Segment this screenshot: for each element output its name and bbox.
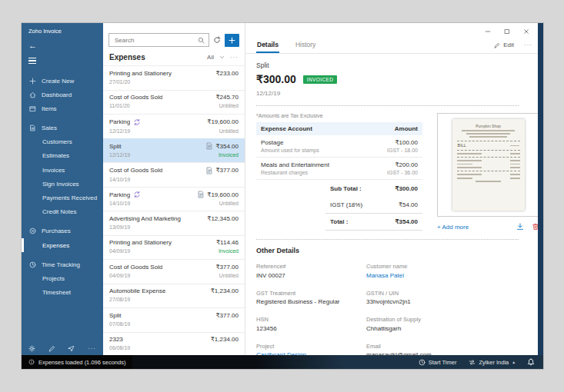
expense-row[interactable]: Advertising And Marketing ₹12,345.00 13/… [103, 211, 245, 235]
tab-details[interactable]: Details [256, 41, 279, 53]
receipt-thumbnail[interactable]: Pumpkin Shop BILL [437, 113, 539, 217]
sidebar-item-dashboard[interactable]: Dashboard [22, 88, 103, 101]
sidebar-item-estimates[interactable]: Estimates [22, 149, 103, 163]
hamburger-menu-button[interactable] [28, 58, 96, 64]
expense-row[interactable]: Split ₹377.00 07/08/19 [103, 307, 245, 332]
search-row [103, 23, 245, 51]
expense-date: 14/10/19 [109, 201, 130, 206]
sidebar-item-customers[interactable]: Customers [22, 135, 103, 149]
sidebar-footer-icons: ··· [22, 345, 103, 352]
tax-note: *Amounts are Tax Exclusive [256, 113, 422, 118]
sidebar-item-invoices[interactable]: Invoices [22, 163, 103, 177]
details-more-icon[interactable]: ··· [524, 43, 532, 48]
add-expense-button[interactable] [225, 34, 239, 47]
purchases-icon [29, 228, 36, 234]
project-link[interactable]: Cardboard Design [256, 351, 366, 355]
refresh-icon[interactable] [213, 36, 221, 44]
account-amount: ₹200.00 [387, 161, 418, 168]
sidebar-item-sales[interactable]: Sales [22, 121, 103, 135]
settings-gear-icon[interactable] [28, 345, 35, 352]
totals-block: Sub Total : ₹300.00 IGST (18%) ₹54.00 To… [325, 181, 422, 231]
back-button[interactable]: ← [28, 42, 96, 49]
tab-history[interactable]: History [295, 41, 316, 53]
expense-amount: ₹1,234.00 [211, 287, 239, 294]
add-more-link[interactable]: + Add more [437, 224, 469, 231]
expense-date: 12/12/19 [109, 152, 130, 158]
download-icon[interactable] [516, 223, 524, 231]
share-send-icon[interactable] [68, 345, 75, 352]
close-icon[interactable] [523, 28, 529, 35]
expense-row[interactable]: Cost of Goods Sold ₹377.00 04/09/19 Unbi… [103, 259, 245, 284]
table-row: Meals and Entertainment Restaurant charg… [256, 158, 422, 180]
sidebar-item-credit-notes[interactable]: Credit Notes [22, 205, 103, 219]
sidebar-item-expenses[interactable]: Expenses [22, 238, 103, 252]
field-gstin: GSTIN / UIN 33hvojntcvn2jn1 [366, 290, 532, 306]
expense-row[interactable]: Printing and Stationery ₹233.00 27/01/20 [103, 65, 245, 90]
sidebar-item-items[interactable]: Items [22, 101, 103, 115]
chevron-down-icon[interactable] [219, 55, 225, 60]
filter-dropdown[interactable]: All [207, 54, 214, 61]
expense-row[interactable]: Printing and Stationery ₹114.46 04/09/19… [103, 235, 245, 260]
account-tax: IGST - 18.00 [387, 148, 418, 153]
sidebar-item-payments-received[interactable]: Payments Received [22, 191, 103, 204]
expense-row[interactable]: 2323 ₹1,234.00 06/08/19 [103, 332, 245, 356]
expense-date: 04/09/19 [109, 248, 130, 254]
expense-amount: ₹114.46 [216, 239, 239, 246]
start-timer-button[interactable]: Start Timer [419, 359, 457, 366]
items-box-icon [29, 105, 36, 112]
expense-row[interactable]: Cost of Goods Sold ₹245.70 11/01/20 Unbi… [103, 90, 245, 115]
plus-icon [229, 37, 235, 44]
expense-amount: ₹377.00 [215, 312, 239, 319]
expense-row[interactable]: Parking ₹19,600.00 12/12/19 Unbilled [103, 114, 245, 138]
expense-name: Split [256, 61, 532, 69]
sidebar-item-time-tracking[interactable]: Time Tracking [22, 257, 103, 271]
sidebar-item-timesheet[interactable]: Timesheet [22, 286, 103, 300]
subtotal-row: Sub Total : ₹300.00 [325, 181, 422, 197]
edit-pencil-icon [494, 42, 500, 48]
feedback-pencil-icon[interactable] [48, 345, 55, 352]
customer-link[interactable]: Manasa Patel [366, 272, 532, 279]
receipt-bill-label: BILL [458, 143, 466, 148]
field-customer-name: Customer name Manasa Patel [366, 263, 532, 279]
expense-row[interactable]: Automobile Expense ₹1,234.00 27/08/19 [103, 284, 245, 308]
sidebar-item-sign-invoices[interactable]: Sign Invoices [22, 177, 103, 191]
sidebar-item-create-new[interactable]: Create New [22, 74, 103, 88]
expense-date: 06/08/19 [109, 345, 130, 350]
search-input[interactable] [113, 36, 195, 45]
recurring-icon [133, 118, 141, 126]
list-more-icon[interactable]: ··· [230, 55, 239, 60]
search-input-box[interactable] [108, 33, 209, 47]
minimize-icon[interactable] [485, 28, 491, 35]
sidebar-more-icon[interactable]: ··· [88, 346, 96, 352]
info-icon [28, 359, 35, 365]
expense-row[interactable]: Parking ₹19,600.00 14/10/19 Unbilled [103, 187, 245, 211]
notifications-bell-icon[interactable] [527, 358, 535, 366]
expense-list: Printing and Stationery ₹233.00 27/01/20… [103, 65, 245, 355]
expense-date: 27/01/20 [109, 79, 130, 85]
home-icon [29, 91, 36, 98]
organization-switcher[interactable]: Zylker India ▴ [469, 359, 515, 366]
details-content: Split ₹300.00 INVOICED 12/12/19 *Amounts… [245, 54, 543, 355]
sidebar-item-purchases[interactable]: Purchases [22, 224, 103, 238]
expense-date: 14/10/19 [109, 177, 130, 182]
expense-amount: ₹245.70 [215, 94, 239, 101]
account-desc: Amount used for stamps [261, 148, 319, 153]
status-badge: Unbilled [219, 103, 239, 108]
status-badge: Invoiced [219, 152, 239, 158]
expense-row[interactable]: Cost of Goods Sold ₹377.00 14/10/19 [103, 162, 245, 187]
table-row: Postage Amount used for stamps ₹100.00 I… [256, 135, 422, 158]
account-amount: ₹100.00 [387, 139, 418, 146]
expense-amount: ₹354.00 [215, 143, 239, 150]
scrollbar-strip[interactable] [538, 23, 543, 355]
expense-row-selected[interactable]: Split ₹354.00 12/12/19 Invoiced [103, 138, 245, 163]
expense-amount: ₹233.00 [215, 70, 239, 77]
edit-button[interactable]: Edit [494, 42, 514, 48]
expense-amount: ₹377.00 [215, 264, 239, 271]
list-title: Expenses [109, 53, 145, 61]
expense-date: 12/12/19 [109, 128, 130, 134]
status-badge: Unbilled [219, 273, 239, 278]
expense-amount: ₹12,345.00 [207, 215, 239, 222]
maximize-icon[interactable] [504, 28, 510, 35]
sidebar-item-projects[interactable]: Projects [22, 271, 103, 285]
account-name: Postage [261, 139, 319, 146]
